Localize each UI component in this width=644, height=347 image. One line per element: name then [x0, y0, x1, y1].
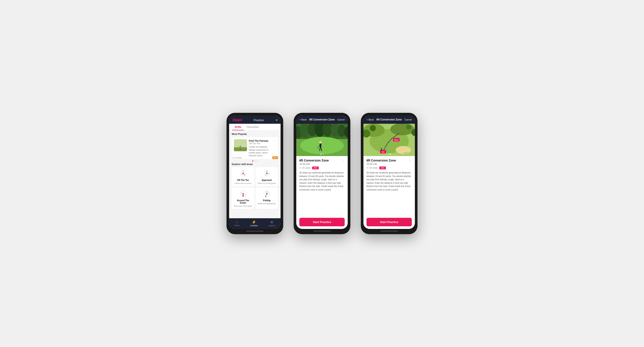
img-dot-1 [320, 154, 322, 155]
approach-icon [262, 169, 272, 178]
skill-card-around-green[interactable]: Around The Green Hone your short game [232, 187, 254, 209]
svg-point-25 [266, 193, 267, 194]
phone1-body: Most Popular 🏌️ Find The Fairway Off The… [229, 131, 280, 218]
home-bar [246, 231, 264, 232]
drill-title: Find The Fairway [249, 139, 272, 142]
drill3-header-row: 6ft Conversion Zone ☆ [366, 159, 412, 162]
phone3-header: < Back 6ft Conversion Zone Cancel [364, 115, 415, 124]
svg-rect-61 [381, 149, 382, 151]
start-practice-button-3[interactable]: Start Practice [366, 218, 412, 226]
nav-capture[interactable]: ⊕ Capture [268, 220, 275, 227]
app-logo: clippd [232, 118, 242, 122]
skill-name-approach: Approach [262, 179, 272, 181]
skill-name-atg: Around The Green [234, 199, 252, 204]
badge-arg: ARG [312, 167, 319, 169]
phone-3-screen: < Back 6ft Conversion Zone Cancel [364, 115, 415, 229]
nav-home-label: Home [234, 224, 240, 226]
svg-point-17 [242, 195, 244, 196]
shots-label-3: ⏱ 20 shots [366, 167, 378, 169]
tab-drills[interactable]: Drills [232, 124, 244, 130]
home-icon: ⌂ [236, 220, 238, 224]
explore-label: Explore skill areas [232, 163, 278, 165]
back-button-3[interactable]: < Back [366, 118, 374, 121]
phone-2: < Back 6ft Conversion Zone Cancel [294, 113, 350, 234]
nav-activities[interactable]: ⚡ Activities [250, 220, 258, 227]
phone2-footer: Start Practice [296, 215, 348, 229]
drill-card-find-fairway[interactable]: 🏌️ Find The Fairway Off The Tee Create a… [232, 137, 278, 159]
svg-point-24 [265, 196, 266, 197]
skill-name-ott: Off The Tee [237, 179, 249, 181]
svg-point-37 [300, 137, 344, 154]
svg-point-60 [381, 148, 382, 149]
thumb-golfer-icon: 🏌️ [238, 146, 243, 150]
phone-3: < Back 6ft Conversion Zone Cancel [361, 113, 418, 234]
phone-1: clippd Practice ≡ Drills Favourites Most… [226, 113, 283, 234]
phone-1-screen: clippd Practice ≡ Drills Favourites Most… [229, 115, 280, 229]
dot-1 [252, 160, 253, 162]
favourite-star-icon[interactable]: ☆ [274, 139, 276, 142]
phone2-header: < Back 6ft Conversion Zone Cancel [296, 115, 348, 124]
carousel-dots [232, 160, 278, 162]
badge-ott: OTT [272, 156, 278, 159]
cancel-button[interactable]: Cancel [337, 118, 345, 121]
nav-home[interactable]: ⌂ Home [234, 220, 240, 227]
drill-thumbnail: 🏌️ [234, 139, 247, 151]
svg-point-50 [406, 124, 412, 130]
nav-activities-label: Activities [250, 225, 258, 227]
shots-row-3: ⏱ 20 shots ARG [366, 167, 412, 169]
nav-capture-label: Capture [268, 225, 275, 227]
drill-meta: ⏱ 10 shots OTT [232, 155, 278, 159]
star-favourite-icon-3[interactable]: ☆ [409, 159, 412, 162]
drill-shots: ⏱ 10 shots [232, 157, 242, 159]
off-tee-icon [238, 169, 248, 178]
activities-icon: ⚡ [252, 220, 256, 224]
dot-2 [254, 160, 256, 162]
back-button[interactable]: < Back [299, 118, 307, 121]
tab-favourites[interactable]: Favourites [244, 124, 262, 130]
hero-map-image: Hit Miss FAIRWAY ROUGH SAND [364, 124, 415, 156]
header-title: Practice [254, 119, 264, 122]
clock-icon: ⏱ [232, 157, 234, 159]
drill3-range: 10-50 yds [366, 163, 412, 165]
most-popular-label: Most Popular [232, 133, 278, 135]
svg-text:SAND: SAND [403, 152, 408, 153]
svg-point-49 [370, 125, 376, 131]
drill-range: 10-50 yds [299, 163, 345, 165]
svg-point-39 [319, 141, 322, 144]
img-dot-2 [323, 154, 324, 155]
cancel-button-3[interactable]: Cancel [404, 118, 412, 121]
phone2-body: 6ft Conversion Zone ☆ 10-50 yds ⏱ 20 sho… [296, 156, 348, 215]
skill-name-putting: Putting [263, 199, 270, 202]
start-practice-button[interactable]: Start Practice [299, 218, 345, 226]
phone1-header: clippd Practice ≡ [229, 115, 280, 124]
phone3-body: 6ft Conversion Zone ☆ 10-50 yds ⏱ 20 sho… [364, 156, 415, 215]
phone-2-screen: < Back 6ft Conversion Zone Cancel [296, 115, 348, 229]
skill-grid: Off The Tee Power and accuracy [232, 167, 278, 209]
tabs-bar: Drills Favourites [229, 124, 280, 131]
image-dots-3 [388, 154, 391, 155]
home-bar-2 [313, 231, 331, 232]
around-green-icon [238, 189, 248, 198]
clock-icon-3: ⏱ [366, 167, 369, 169]
drill-meta-bar: ⏱ 10 shots OTT [232, 153, 278, 159]
hero-golf-image [296, 124, 348, 156]
menu-icon[interactable]: ≡ [276, 118, 278, 122]
skill-card-approach[interactable]: Approach Dial-in to hit the green [256, 167, 278, 186]
phone3-footer: Start Practice [364, 215, 415, 229]
img-dot-3-1 [388, 154, 389, 155]
clock-icon-2: ⏱ [299, 167, 302, 169]
drill3-long-desc: 20 shots are randomly generated at dista… [366, 171, 412, 191]
skill-card-off-the-tee[interactable]: Off The Tee Power and accuracy [232, 167, 254, 186]
phone2-title: 6ft Conversion Zone [309, 118, 335, 121]
drill-long-desc: 20 shots are randomly generated at dista… [299, 171, 345, 191]
image-dots [320, 154, 324, 155]
drill-subtitle: Off The Tee [249, 142, 272, 145]
star-favourite-icon[interactable]: ☆ [342, 159, 345, 162]
skill-desc-atg: Hone your short game [234, 205, 252, 207]
skill-desc-putting: Make and lag practice [258, 203, 276, 205]
putting-icon [262, 189, 272, 198]
bottom-nav: ⌂ Home ⚡ Activities ⊕ Capture [229, 218, 280, 229]
drill-title-lg: 6ft Conversion Zone [299, 159, 345, 162]
skill-card-putting[interactable]: Putting Make and lag practice [256, 187, 278, 209]
capture-icon: ⊕ [270, 220, 273, 224]
